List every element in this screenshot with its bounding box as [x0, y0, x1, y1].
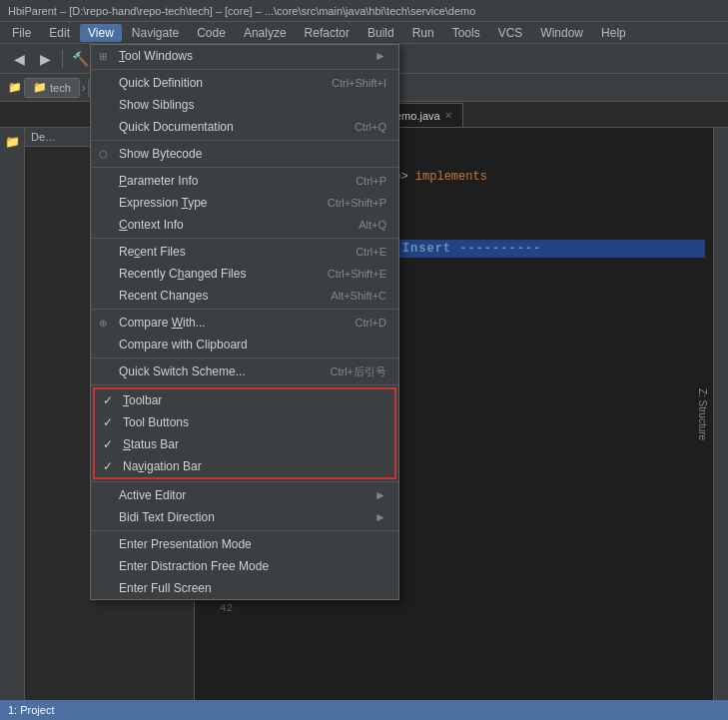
menu-show-bytecode[interactable]: ⬡ Show Bytecode — [91, 143, 398, 165]
sep-2 — [91, 140, 398, 141]
recent-files-label: Recent Files — [119, 245, 186, 259]
enter-fullscreen-label: Enter Full Screen — [119, 581, 212, 595]
menu-recent-files[interactable]: Recent Files Ctrl+E — [91, 241, 398, 263]
quick-documentation-shortcut: Ctrl+Q — [355, 121, 386, 133]
sep-4 — [91, 238, 398, 239]
quick-definition-label: Quick Definition — [119, 76, 203, 90]
tool-buttons-label: Tool Buttons — [123, 415, 189, 429]
menu-show-siblings[interactable]: Show Siblings — [91, 94, 398, 116]
menu-tool-windows[interactable]: ⊞ Tool Windows ► — [91, 45, 398, 67]
menu-quick-documentation[interactable]: Quick Documentation Ctrl+Q — [91, 116, 398, 138]
show-bytecode-label: Show Bytecode — [119, 147, 202, 161]
recent-changes-label: Recent Changes — [119, 289, 208, 303]
menu-active-editor[interactable]: Active Editor ► — [91, 484, 398, 506]
menu-compare-clipboard[interactable]: Compare with Clipboard — [91, 334, 398, 356]
navigation-bar-label: Navigation Bar — [123, 459, 202, 473]
toolbar-check: ✓ — [103, 393, 113, 407]
tool-windows-arrow: ► — [374, 49, 386, 63]
quick-documentation-label: Quick Documentation — [119, 120, 234, 134]
menu-recent-changes[interactable]: Recent Changes Alt+Shift+C — [91, 285, 398, 307]
sep-6 — [91, 358, 398, 359]
menu-tool-buttons[interactable]: ✓ Tool Buttons — [95, 411, 394, 433]
recent-changes-shortcut: Alt+Shift+C — [331, 290, 386, 302]
active-editor-arrow: ► — [374, 488, 386, 502]
toolbar-label: Toolbar — [123, 393, 162, 407]
quick-switch-label: Quick Switch Scheme... — [119, 364, 246, 378]
bidi-text-arrow: ► — [374, 510, 386, 524]
recently-changed-shortcut: Ctrl+Shift+E — [328, 268, 386, 280]
compare-with-icon: ⊕ — [99, 318, 107, 329]
menu-enter-distraction[interactable]: Enter Distraction Free Mode — [91, 555, 398, 577]
view-dropdown-menu: ⊞ Tool Windows ► Quick Definition Ctrl+S… — [90, 44, 399, 600]
menu-bidi-text[interactable]: Bidi Text Direction ► — [91, 506, 398, 528]
active-editor-label: Active Editor — [119, 488, 186, 502]
compare-with-shortcut: Ctrl+D — [356, 317, 386, 329]
menu-quick-definition[interactable]: Quick Definition Ctrl+Shift+I — [91, 72, 398, 94]
tool-buttons-check: ✓ — [103, 415, 113, 429]
show-siblings-label: Show Siblings — [119, 98, 194, 112]
parameter-info-label: Parameter Info — [119, 174, 198, 188]
navigation-bar-check: ✓ — [103, 459, 113, 473]
menu-context-info[interactable]: Context Info Alt+Q — [91, 214, 398, 236]
menu-navigation-bar[interactable]: ✓ Navigation Bar — [95, 455, 394, 477]
tool-windows-icon: ⊞ — [99, 51, 107, 62]
menu-enter-presentation[interactable]: Enter Presentation Mode — [91, 533, 398, 555]
menu-enter-fullscreen[interactable]: Enter Full Screen — [91, 577, 398, 599]
sep-1 — [91, 69, 398, 70]
recently-changed-label: Recently Changed Files — [119, 267, 246, 281]
expression-type-shortcut: Ctrl+Shift+P — [328, 197, 386, 209]
menu-recently-changed[interactable]: Recently Changed Files Ctrl+Shift+E — [91, 263, 398, 285]
sep-8 — [91, 481, 398, 482]
menu-toolbar[interactable]: ✓ Toolbar — [95, 389, 394, 411]
enter-distraction-label: Enter Distraction Free Mode — [119, 559, 269, 573]
enter-presentation-label: Enter Presentation Mode — [119, 537, 252, 551]
context-info-shortcut: Alt+Q — [359, 219, 386, 231]
checked-group: ✓ Toolbar ✓ Tool Buttons ✓ Status Bar ✓ … — [93, 387, 396, 479]
parameter-info-shortcut: Ctrl+P — [356, 175, 386, 187]
status-bar-check: ✓ — [103, 437, 113, 451]
menu-parameter-info[interactable]: Parameter Info Ctrl+P — [91, 170, 398, 192]
menu-status-bar[interactable]: ✓ Status Bar — [95, 433, 394, 455]
bidi-text-label: Bidi Text Direction — [119, 510, 215, 524]
menu-expression-type[interactable]: Expression Type Ctrl+Shift+P — [91, 192, 398, 214]
quick-switch-shortcut: Ctrl+后引号 — [330, 364, 386, 379]
sep-7 — [91, 384, 398, 385]
recent-files-shortcut: Ctrl+E — [356, 246, 386, 258]
sep-9 — [91, 530, 398, 531]
sep-3 — [91, 167, 398, 168]
sep-5 — [91, 309, 398, 310]
show-bytecode-icon: ⬡ — [99, 149, 108, 160]
menu-quick-switch[interactable]: Quick Switch Scheme... Ctrl+后引号 — [91, 360, 398, 382]
tool-windows-label: Tool Windows — [119, 49, 193, 63]
dropdown-overlay[interactable]: ⊞ Tool Windows ► Quick Definition Ctrl+S… — [0, 0, 728, 720]
status-bar-label: Status Bar — [123, 437, 179, 451]
expression-type-label: Expression Type — [119, 196, 208, 210]
compare-with-label: Compare With... — [119, 316, 206, 330]
quick-definition-shortcut: Ctrl+Shift+I — [332, 77, 386, 89]
menu-compare-with[interactable]: ⊕ Compare With... Ctrl+D — [91, 312, 398, 334]
compare-clipboard-label: Compare with Clipboard — [119, 338, 248, 352]
context-info-label: Context Info — [119, 218, 184, 232]
